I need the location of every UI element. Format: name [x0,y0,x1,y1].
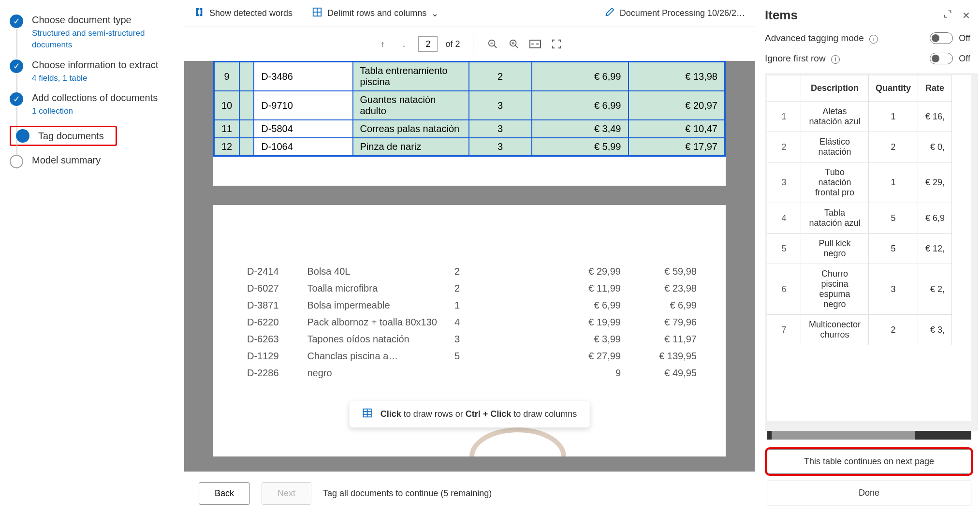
desc-cell[interactable]: Aletas natación azul [801,102,869,132]
delimit-button[interactable]: Delimit rows and columns ⌄ [312,7,439,20]
edit-icon [604,7,615,20]
step-active-icon [16,129,29,143]
rate-cell[interactable]: € 6,99 [532,91,629,120]
qty-cell[interactable]: 2 [869,315,918,345]
document-name-button[interactable]: Document Processing 10/26/2… [604,7,745,20]
desc-cell[interactable]: Tabla entrenamiento piscina [353,62,469,91]
table-row: D-2286 negro 9 € 49,95 [213,365,726,382]
fit-page-icon[interactable] [550,37,563,51]
desc-cell[interactable]: Multiconector churros [801,315,869,345]
table-row[interactable]: 12 D-1064 Pinza de nariz 3 € 5,99 € 17,9… [214,138,725,156]
rate-cell[interactable]: € 29, [918,162,952,203]
plain-table[interactable]: D-2414 Bolsa 40L 2 € 29,99 € 59,98D-6027… [213,263,726,382]
table-row[interactable]: 4 Tabla natación azul 5 € 6,9 [767,203,952,234]
amt-cell[interactable]: € 13,98 [629,62,725,91]
amt-cell: € 59,98 [628,263,726,280]
back-button[interactable]: Back [199,482,250,505]
column-header[interactable] [767,75,801,102]
table-row[interactable]: 3 Tubo natación frontal pro 1 € 29, [767,162,952,203]
amt-cell[interactable]: € 17,97 [629,138,725,156]
desc-cell: Bolsa impermeable [300,297,447,314]
qty-cell[interactable]: 3 [469,120,532,138]
document-viewer[interactable]: 9 D-3486 Tabla entrenamiento piscina 2 €… [184,61,755,471]
table-row: D-6263 Tapones oídos natación 3 € 3,99 €… [213,331,726,348]
row-handle[interactable] [239,62,254,91]
page-input[interactable] [418,36,438,52]
rate-cell[interactable]: € 12, [918,234,952,264]
qty-cell[interactable]: 1 [869,162,918,203]
desc-cell[interactable]: Pinza de nariz [353,138,469,156]
rate-cell[interactable]: € 6,99 [532,62,629,91]
column-header[interactable]: Description [801,75,869,102]
fit-width-icon[interactable] [528,37,542,51]
ref-cell[interactable]: D-1064 [254,138,352,156]
step-title[interactable]: Choose information to extract [32,59,158,71]
expand-icon[interactable] [943,9,952,21]
ref-cell[interactable]: D-3486 [254,62,352,91]
rate-cell[interactable]: € 6,9 [918,203,952,234]
table-row[interactable]: 1 Aletas natación azul 1 € 16, [767,102,952,132]
desc-cell[interactable]: Guantes natación adulto [353,91,469,120]
qty-cell[interactable]: 5 [869,203,918,234]
table-row[interactable]: 7 Multiconector churros 2 € 3, [767,315,952,345]
step-title[interactable]: Choose document type [32,15,184,26]
qty-cell[interactable]: 3 [869,264,918,315]
step-title[interactable]: Model summary [32,155,101,166]
qty-cell[interactable]: 5 [869,234,918,264]
table-row[interactable]: 5 Pull kick negro 5 € 12, [767,234,952,264]
info-icon[interactable]: i [869,35,878,44]
table-row[interactable]: 11 D-5804 Correas palas natación 3 € 3,4… [214,120,725,138]
show-detected-words-button[interactable]: Show detected words [194,7,293,20]
rate-cell[interactable]: € 16, [918,102,952,132]
ref-cell: D-6027 [213,280,300,297]
qty-cell[interactable]: 2 [869,132,918,162]
step-title[interactable]: Add collections of documents [32,92,158,103]
desc-cell[interactable]: Churro piscina espuma negro [801,264,869,315]
qty-cell[interactable]: 3 [469,138,532,156]
rate-cell[interactable]: € 0, [918,132,952,162]
info-icon[interactable]: i [831,55,840,64]
row-index: 6 [767,264,801,315]
rate-cell[interactable]: € 5,99 [532,138,629,156]
row-handle[interactable] [239,138,254,156]
column-header[interactable]: Quantity [869,75,918,102]
rate-cell[interactable]: € 3,49 [532,120,629,138]
items-table[interactable]: DescriptionQuantityRate 1 Aletas natació… [767,75,952,345]
amt-cell[interactable]: € 10,47 [629,120,725,138]
ref-cell[interactable]: D-5804 [254,120,352,138]
table-row[interactable]: 10 D-9710 Guantes natación adulto 3 € 6,… [214,91,725,120]
desc-cell[interactable]: Pull kick negro [801,234,869,264]
zoom-in-icon[interactable] [507,37,521,51]
ref-cell[interactable]: D-9710 [254,91,352,120]
rate-cell[interactable]: € 2, [918,264,952,315]
table-row[interactable]: 2 Elástico natación 2 € 0, [767,132,952,162]
column-header[interactable]: Rate [918,75,952,102]
desc-cell[interactable]: Tubo natación frontal pro [801,162,869,203]
next-page-icon[interactable]: ↓ [397,37,410,51]
row-handle[interactable] [239,120,254,138]
desc-cell[interactable]: Elástico natación [801,132,869,162]
table-row[interactable]: 6 Churro piscina espuma negro 3 € 2, [767,264,952,315]
done-button[interactable]: Done [767,481,971,505]
ignore-first-row-toggle[interactable] [930,53,953,64]
panel-table-scroll[interactable]: DescriptionQuantityRate 1 Aletas natació… [767,75,971,421]
row-handle[interactable] [239,91,254,120]
advanced-mode-toggle[interactable] [930,32,953,44]
prev-page-icon[interactable]: ↑ [376,37,389,51]
step-title[interactable]: Tag documents [38,131,104,142]
qty-cell[interactable]: 3 [469,91,532,120]
table-row[interactable]: 9 D-3486 Tabla entrenamiento piscina 2 €… [214,62,725,91]
step-open-icon [10,155,23,168]
rate-cell[interactable]: € 3, [918,315,952,345]
row-number: 10 [214,91,240,120]
amt-cell[interactable]: € 20,97 [629,91,725,120]
tagged-table[interactable]: 9 D-3486 Tabla entrenamiento piscina 2 €… [213,61,726,157]
desc-cell[interactable]: Tabla natación azul [801,203,869,234]
table-continues-button[interactable]: This table continues on next page [767,449,971,474]
qty-cell[interactable]: 2 [469,62,532,91]
qty-cell[interactable]: 1 [869,102,918,132]
desc-cell[interactable]: Correas palas natación [353,120,469,138]
zoom-out-icon[interactable] [486,37,499,51]
horizontal-scrollbar[interactable] [767,431,971,440]
close-icon[interactable]: ✕ [962,10,970,21]
